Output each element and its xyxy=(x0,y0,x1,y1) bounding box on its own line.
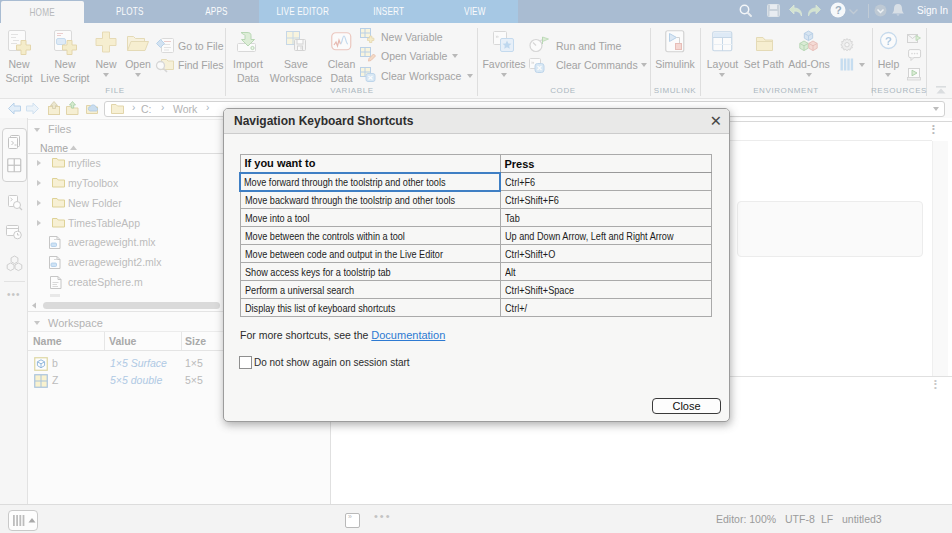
svg-text:?: ? xyxy=(885,35,892,47)
svg-text:?: ? xyxy=(835,4,842,16)
